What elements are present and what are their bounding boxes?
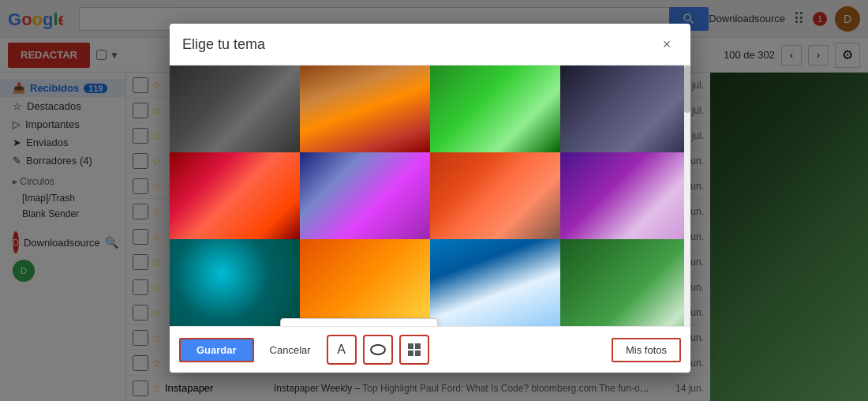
modal-overlay[interactable]: Elige tu tema × (0, 0, 868, 401)
modal-body: Añadir viñeta Desliza para oscurecer las… (170, 66, 690, 326)
modal-header: Elige tu tema × (170, 24, 690, 66)
theme-item-jungle[interactable] (560, 239, 690, 326)
my-photos-button[interactable]: Mis fotos (612, 338, 681, 362)
theme-item-water-drop[interactable] (170, 239, 300, 326)
theme-item-jellyfish[interactable] (560, 152, 690, 239)
theme-item-red-canyon[interactable] (430, 152, 560, 239)
theme-picker-modal: Elige tu tema × (170, 24, 690, 373)
oval-icon (370, 344, 386, 355)
text-format-button[interactable]: A (327, 335, 357, 365)
theme-item-pipes[interactable] (560, 66, 690, 152)
theme-grid (170, 66, 690, 326)
grid-icon-footer (408, 343, 421, 356)
modal-title: Elige tu tema (182, 36, 265, 53)
cancel-button[interactable]: Cancelar (260, 339, 320, 361)
oval-button[interactable] (363, 335, 393, 365)
vignette-tooltip: Añadir viñeta Desliza para oscurecer las… (280, 318, 438, 326)
theme-item-chess[interactable] (170, 66, 300, 152)
theme-item-orange[interactable] (300, 239, 430, 326)
scroll-indicator[interactable] (684, 66, 690, 326)
modal-footer: Guardar Cancelar A Mis fotos (170, 326, 690, 373)
grid-button[interactable] (399, 335, 429, 365)
text-icon: A (337, 343, 346, 357)
theme-item-beach[interactable] (430, 239, 560, 326)
theme-item-autumn[interactable] (170, 152, 300, 239)
modal-close-button[interactable]: × (656, 33, 678, 55)
theme-item-canyon[interactable] (300, 66, 430, 152)
scroll-thumb[interactable] (684, 66, 690, 113)
theme-item-bokeh[interactable] (300, 152, 430, 239)
save-button[interactable]: Guardar (179, 338, 254, 362)
theme-item-forest[interactable] (430, 66, 560, 152)
